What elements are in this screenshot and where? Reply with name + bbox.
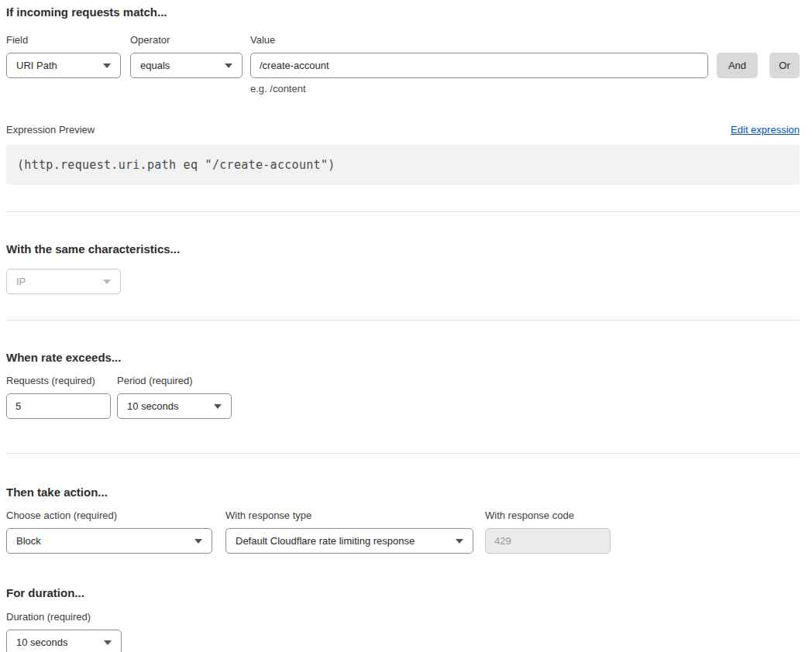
section-heading-action: Then take action... (6, 485, 800, 499)
or-button[interactable]: Or (769, 53, 800, 78)
section-divider (6, 211, 800, 212)
choose-action-select-value: Block (16, 535, 41, 547)
period-label: Period (required) (117, 375, 232, 387)
operator-select[interactable]: equals (130, 53, 243, 78)
duration-select-value: 10 seconds (16, 637, 68, 648)
value-hint: e.g. /content (250, 83, 708, 95)
field-select-value: URI Path (16, 60, 57, 71)
rate-limiting-rule-form: If incoming requests match... Field URI … (0, 0, 806, 652)
response-code-label: With response code (485, 510, 611, 522)
characteristic-select-value: IP (16, 276, 26, 287)
field-select[interactable]: URI Path (6, 53, 121, 78)
response-type-label: With response type (225, 510, 473, 522)
duration-select[interactable]: 10 seconds (6, 630, 122, 652)
duration-label: Duration (required) (6, 611, 122, 623)
period-select[interactable]: 10 seconds (117, 393, 232, 419)
response-type-select[interactable]: Default Cloudflare rate limiting respons… (225, 528, 473, 554)
requests-label: Requests (required) (6, 375, 111, 387)
operator-label: Operator (130, 34, 243, 46)
chevron-down-icon (225, 63, 232, 68)
value-input[interactable] (250, 53, 708, 78)
chevron-down-icon (103, 63, 111, 68)
match-fields-row: Field URI Path Operator equals Value e.g… (6, 34, 800, 95)
rate-fields-row: Requests (required) Period (required) 10… (6, 375, 800, 419)
section-heading-characteristics: With the same characteristics... (6, 242, 800, 256)
section-divider (6, 320, 800, 321)
section-heading-duration: For duration... (6, 585, 800, 600)
chevron-down-icon (214, 404, 222, 409)
chevron-down-icon (103, 280, 111, 284)
expression-preview-row: Expression Preview Edit expression (6, 124, 800, 136)
requests-input[interactable] (6, 393, 111, 419)
characteristic-select: IP (6, 269, 121, 294)
period-select-value: 10 seconds (127, 400, 179, 412)
response-type-select-value: Default Cloudflare rate limiting respons… (236, 535, 415, 547)
chevron-down-icon (456, 539, 463, 544)
action-fields-row: Choose action (required) Block With resp… (6, 510, 800, 554)
section-divider (6, 453, 800, 454)
response-code-input (485, 528, 611, 554)
value-label: Value (250, 34, 708, 46)
choose-action-label: Choose action (required) (6, 510, 212, 522)
and-button[interactable]: And (717, 53, 758, 78)
choose-action-select[interactable]: Block (6, 528, 212, 554)
expression-preview-label: Expression Preview (6, 124, 95, 136)
section-heading-rate: When rate exceeds... (6, 350, 800, 365)
expression-preview-box: (http.request.uri.path eq "/create-accou… (6, 145, 800, 185)
field-label: Field (6, 34, 121, 46)
operator-select-value: equals (140, 60, 170, 71)
expression-code: (http.request.uri.path eq "/create-accou… (17, 158, 335, 172)
chevron-down-icon (104, 640, 112, 645)
edit-expression-link[interactable]: Edit expression (731, 124, 800, 136)
chevron-down-icon (194, 539, 202, 544)
section-heading-match: If incoming requests match... (6, 5, 800, 19)
